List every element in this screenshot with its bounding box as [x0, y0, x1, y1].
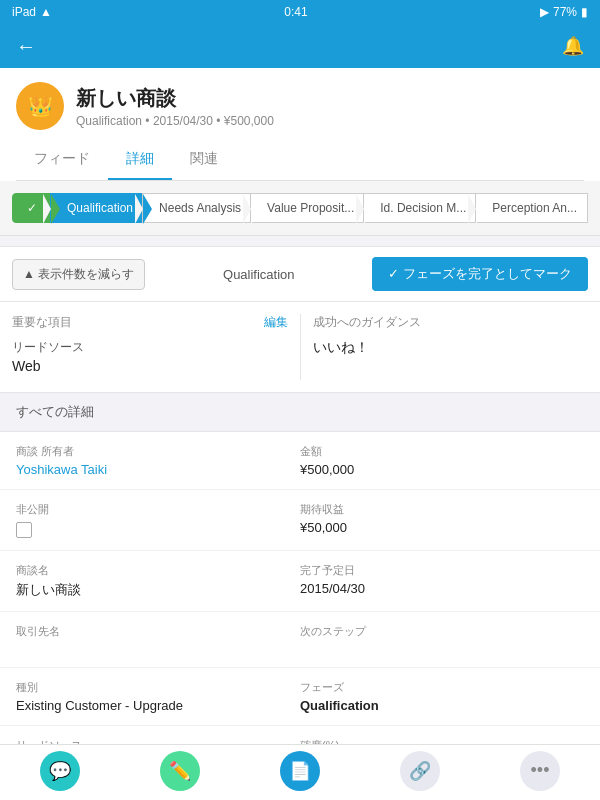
type-value: Existing Customer - Upgrade — [16, 698, 300, 713]
edit-link[interactable]: 編集 — [264, 314, 288, 331]
chat-button[interactable]: 💬 — [40, 751, 80, 791]
table-row: 非公開 期待収益 ¥50,000 — [0, 490, 600, 551]
crown-icon: 👑 — [28, 94, 53, 118]
stage-perception[interactable]: Perception An... — [475, 193, 588, 223]
stage-qualification[interactable]: Qualification — [50, 193, 144, 223]
detail-section: 商談 所有者 Yoshikawa Taiki 金額 ¥500,000 非公開 期… — [0, 431, 600, 783]
tab-feed[interactable]: フィード — [16, 140, 108, 180]
amount-value: ¥500,000 — [300, 462, 584, 477]
back-button[interactable]: ← — [16, 35, 36, 58]
link-button[interactable]: 🔗 — [400, 751, 440, 791]
avatar: 👑 — [16, 82, 64, 130]
owner-value[interactable]: Yoshikawa Taiki — [16, 462, 300, 477]
battery-label: 77% — [553, 5, 577, 19]
phase-value: Qualification — [300, 698, 584, 713]
expected-label: 期待収益 — [300, 502, 584, 517]
amount-cell: 金額 ¥500,000 — [300, 444, 584, 477]
lead-source-value: Web — [12, 358, 288, 374]
phase-cell: フェーズ Qualification — [300, 680, 584, 713]
collapse-button[interactable]: ▲ 表示件数を減らす — [12, 259, 145, 290]
bell-icon[interactable]: 🔔 — [562, 35, 584, 57]
deal-name-label: 商談名 — [16, 563, 300, 578]
bottom-toolbar: 💬 ✏️ 📄 🔗 ••• — [0, 744, 600, 800]
close-date-cell: 完了予定日 2015/04/30 — [300, 563, 584, 599]
status-bar: iPad ▲ 0:41 ▶ 77% ▮ — [0, 0, 600, 24]
device-label: iPad — [12, 5, 36, 19]
lead-source-label: リードソース — [12, 339, 288, 356]
next-step-label: 次のステップ — [300, 624, 584, 639]
account-label: 取引先名 — [16, 624, 300, 639]
complete-phase-button[interactable]: ✓ フェーズを完了としてマーク — [372, 257, 588, 291]
next-step-cell: 次のステップ — [300, 624, 584, 655]
close-date-label: 完了予定日 — [300, 563, 584, 578]
table-row: 取引先名 次のステップ — [0, 612, 600, 668]
more-button[interactable]: ••• — [520, 751, 560, 791]
tab-bar: フィード 詳細 関連 — [16, 140, 584, 181]
guidance-title: 成功へのガイダンス — [313, 314, 421, 331]
phase-label: フェーズ — [300, 680, 584, 695]
guidance-value: いいね！ — [313, 339, 589, 357]
all-details-header: すべての詳細 — [0, 393, 600, 431]
stage-decision-makers[interactable]: Id. Decision M... — [363, 193, 477, 223]
stage-needs-analysis[interactable]: Needs Analysis — [142, 193, 252, 223]
battery-icon: ▮ — [581, 5, 588, 19]
private-checkbox[interactable] — [16, 522, 32, 538]
main-card: ▲ 表示件数を減らす Qualification ✓ フェーズを完了としてマーク… — [0, 246, 600, 393]
edit-button[interactable]: ✏️ — [160, 751, 200, 791]
owner-label: 商談 所有者 — [16, 444, 300, 459]
deal-name-value: 新しい商談 — [16, 581, 300, 599]
private-cell: 非公開 — [16, 502, 300, 538]
deal-subtitle: Qualification • 2015/04/30 • ¥500,000 — [76, 114, 274, 128]
deal-name-cell: 商談名 新しい商談 — [16, 563, 300, 599]
info-panels: 重要な項目 編集 リードソース Web 成功へのガイダンス いいね！ — [0, 302, 600, 392]
stage-pipeline: ✓ Qualification Needs Analysis Value Pro… — [0, 181, 600, 236]
tab-details[interactable]: 詳細 — [108, 140, 172, 180]
wifi-icon: ▲ — [40, 5, 52, 19]
table-row: 商談名 新しい商談 完了予定日 2015/04/30 — [0, 551, 600, 612]
current-stage-label: Qualification — [223, 267, 295, 282]
edit-icon: ✏️ — [169, 760, 191, 782]
document-icon: 📄 — [289, 760, 311, 782]
tab-related[interactable]: 関連 — [172, 140, 236, 180]
stage-value-prop[interactable]: Value Proposit... — [250, 193, 365, 223]
table-row: 商談 所有者 Yoshikawa Taiki 金額 ¥500,000 — [0, 432, 600, 490]
deal-header: 👑 新しい商談 Qualification • 2015/04/30 • ¥50… — [0, 68, 600, 181]
important-items-panel: 重要な項目 編集 リードソース Web — [12, 314, 300, 380]
document-button[interactable]: 📄 — [280, 751, 320, 791]
guidance-panel: 成功へのガイダンス いいね！ — [300, 314, 589, 380]
private-label: 非公開 — [16, 502, 300, 517]
expected-value: ¥50,000 — [300, 520, 584, 535]
link-icon: 🔗 — [409, 760, 431, 782]
nav-bar: ← 🔔 — [0, 24, 600, 68]
account-cell: 取引先名 — [16, 624, 300, 655]
checkmark-icon: ✓ — [27, 201, 37, 215]
expected-cell: 期待収益 ¥50,000 — [300, 502, 584, 538]
table-row: 種別 Existing Customer - Upgrade フェーズ Qual… — [0, 668, 600, 726]
close-date-value: 2015/04/30 — [300, 581, 584, 596]
deal-title: 新しい商談 — [76, 85, 274, 112]
owner-cell: 商談 所有者 Yoshikawa Taiki — [16, 444, 300, 477]
collapse-bar: ▲ 表示件数を減らす Qualification ✓ フェーズを完了としてマーク — [0, 247, 600, 302]
chat-icon: 💬 — [49, 760, 71, 782]
time-display: 0:41 — [284, 5, 307, 19]
signal-icon: ▶ — [540, 5, 549, 19]
type-label: 種別 — [16, 680, 300, 695]
type-cell: 種別 Existing Customer - Upgrade — [16, 680, 300, 713]
important-items-title: 重要な項目 — [12, 314, 72, 331]
amount-label: 金額 — [300, 444, 584, 459]
more-icon: ••• — [531, 760, 550, 781]
